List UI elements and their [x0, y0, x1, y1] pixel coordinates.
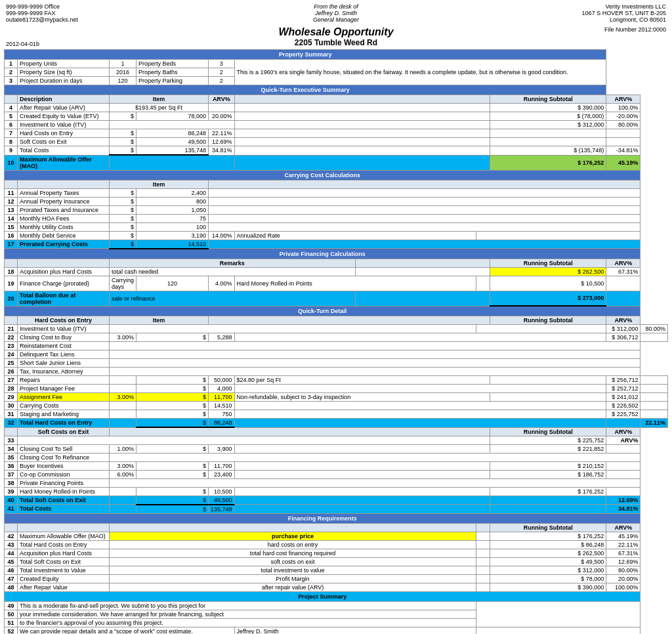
row-num-48: 48: [5, 583, 18, 591]
row-num-46: 46: [5, 566, 18, 574]
pf-col-arv: ARV%: [606, 259, 640, 267]
val-hce: 86,248: [136, 129, 209, 138]
val-pti: 1,050: [136, 205, 209, 214]
running-coc: $ 186,752: [490, 470, 606, 478]
val-property-units: 1: [110, 60, 136, 68]
row-num-2: 2: [5, 68, 18, 77]
dollar-mds: $: [110, 231, 136, 240]
col-description: Description: [18, 95, 110, 104]
spacer43: [476, 540, 490, 549]
spacer37: [234, 470, 490, 478]
item-arv: $193.45 per Sq Ft: [110, 104, 209, 112]
dollar-api: $: [110, 197, 136, 205]
cc-spacer: [209, 180, 640, 188]
remark-af: Non-refundable, subject to 3-day inspect…: [234, 393, 490, 402]
spacer21: [476, 325, 606, 333]
remark-fcp: Hard Money Rolled-In Points: [234, 276, 476, 291]
spacer5: [234, 112, 490, 121]
dollar-pti: $: [110, 205, 136, 214]
arv-hmrp: [606, 487, 640, 496]
dollar-hmrp: $: [136, 487, 209, 496]
pct-repairs: [110, 376, 136, 385]
spacer41: [234, 505, 490, 514]
desc-apt: Annual Property Taxes: [18, 188, 110, 197]
desc-ccts: Closing Cost To Sell: [18, 444, 110, 453]
desc-pcc: Prorated Carrying Costs: [18, 240, 110, 249]
arv-tsce2: 12.69%: [606, 557, 640, 566]
arv-etv: -20.00%: [606, 112, 640, 121]
row-num-9: 9: [5, 146, 18, 156]
spacer35: [110, 453, 640, 461]
val-pmf: 4,000: [209, 385, 235, 393]
spacer46: [476, 566, 490, 574]
pct-fcp: 4.00%: [209, 276, 235, 291]
running-itv2: $ 312,000: [606, 325, 640, 333]
dollar-sce: $: [110, 138, 136, 146]
val-property-baths: 2: [209, 68, 235, 77]
dollar-cc: $: [136, 402, 209, 410]
desc-thce2: Total Hard Costs on Entry: [18, 540, 110, 549]
sc-col-running: Running Subtotal: [490, 427, 606, 436]
row-num-32: 32: [5, 419, 18, 428]
running-ccb: $ 306,712: [606, 333, 640, 342]
dollar-hoa: $: [110, 214, 136, 222]
property-description: This is a 1960's era single family house…: [234, 60, 606, 85]
arv-cc: [640, 402, 668, 410]
header-from-label: From the desk of: [227, 3, 444, 10]
spacer25: [110, 359, 640, 368]
fr-col-arv: ARV%: [606, 523, 640, 532]
row-num-15: 15: [5, 222, 18, 231]
row-num-24: 24: [5, 350, 18, 359]
sc-col-blank: [5, 427, 18, 436]
row-num-34: 34: [5, 444, 18, 453]
spacer32: [234, 419, 606, 428]
desc-sam: Staging and Marketing: [18, 410, 110, 419]
val-mds: 3,190: [136, 231, 209, 240]
arv-sam: [640, 410, 668, 419]
spacer10: [234, 155, 490, 170]
item-fcp: Carrying days: [110, 276, 136, 291]
arv-bi: [606, 461, 640, 470]
val-sce: 49,500: [136, 138, 209, 146]
spacer24: [110, 350, 640, 359]
pct-sce: 12.69%: [209, 138, 235, 146]
desc-aphc2: Acquisition plus Hard Costs: [18, 549, 110, 557]
val-muc: 100: [136, 222, 209, 231]
property-summary-header: Property Summary: [5, 50, 606, 60]
header-email: outate81723@mypacks.net: [6, 16, 223, 23]
val-tc: 135,748: [136, 146, 209, 156]
desc-33: [18, 436, 490, 444]
carrying-header: Carrying Cost Calculations: [5, 170, 640, 180]
desc-mds: Monthly Debt Service: [18, 231, 110, 240]
arv-tc2: 34.81%: [606, 505, 640, 514]
running-cc: $ 226,502: [606, 402, 640, 410]
val-project-duration: 120: [110, 77, 136, 85]
pct-ccts: 1.00%: [110, 444, 136, 453]
row-num-47: 47: [5, 574, 18, 583]
private-fin-header: Private Financing Calculations: [5, 249, 640, 259]
desc-tia: Tax, Insurance, Attorney: [18, 368, 110, 376]
pct-sam: [110, 410, 136, 419]
row-num-17: 17: [5, 240, 18, 249]
qtd-col-arv: ARV%: [606, 316, 640, 325]
pf-col-running: Running Subtotal: [490, 259, 606, 267]
desc-mao2: Maximum Allowable Offer (MAO): [18, 532, 110, 540]
pct-tsce: [110, 496, 136, 505]
arv-pmf: [640, 385, 668, 393]
desc-pmf: Project Manager Fee: [18, 385, 110, 393]
spacer36: [234, 461, 490, 470]
header-author-name: Jeffrey D. Smith: [227, 10, 444, 16]
row-num-22: 22: [5, 333, 18, 342]
running-tsce: [490, 496, 606, 505]
arv-arv2: 100.00%: [606, 583, 640, 591]
ps-line3: to the financier's approval of you assum…: [18, 618, 476, 627]
pct-af: 3.00%: [110, 393, 136, 402]
row-num-42: 42: [5, 532, 18, 540]
pct-thce: [110, 419, 136, 428]
pct-mds: 14.00%: [209, 231, 235, 240]
spacer18: [355, 267, 490, 276]
val-property-size: 2016: [110, 68, 136, 77]
spacer9: [234, 146, 490, 156]
desc-etv: Created Equity to Value (ETV): [18, 112, 110, 121]
desc-af: Assignment Fee: [18, 393, 110, 402]
